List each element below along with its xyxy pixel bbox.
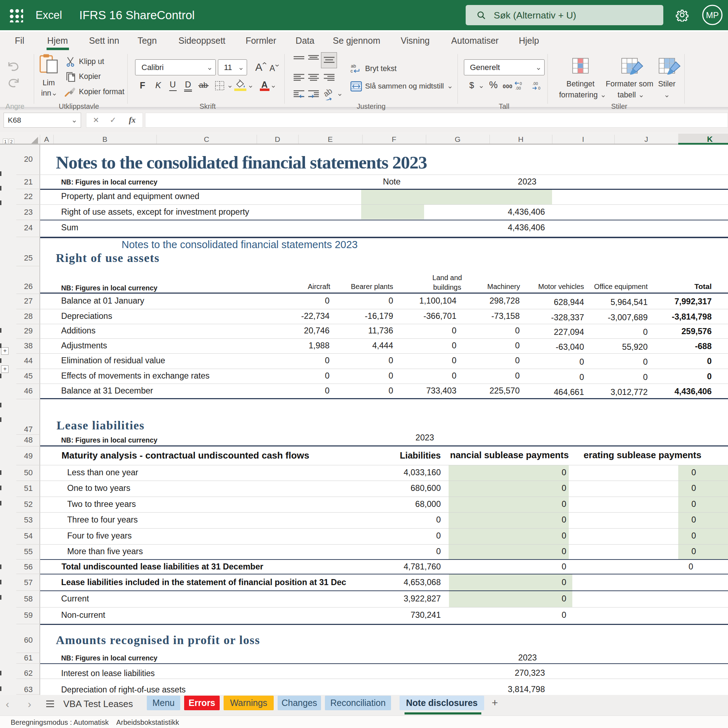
svg-text:ab: ab (351, 63, 356, 69)
svg-text:c: c (350, 68, 353, 73)
svg-text:MP: MP (706, 10, 719, 20)
svg-text:0: 0 (520, 81, 522, 86)
svg-text:.00: .00 (515, 86, 521, 90)
svg-text:0: 0 (538, 86, 540, 90)
svg-text:.00: .00 (532, 81, 538, 86)
